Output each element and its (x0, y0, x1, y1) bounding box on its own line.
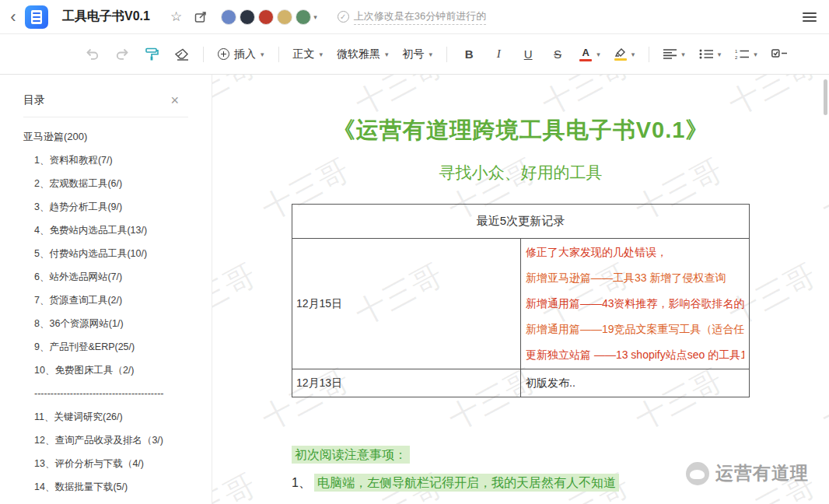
outline-item[interactable]: 3、趋势分析工具(9/) (0, 195, 212, 219)
bullet-list-caret-icon: ▾ (718, 51, 722, 58)
update-line: 新增通用篇——19竞品文案重写工具（适合任何平台） (526, 317, 744, 342)
outline-item[interactable]: 13、评价分析与下载（4/) (0, 452, 212, 475)
share-icon[interactable] (194, 11, 208, 23)
collaborator-avatar[interactable] (221, 9, 236, 25)
collaborator-avatar[interactable] (258, 9, 274, 25)
collaborator-avatars (221, 9, 311, 25)
numbered-list-caret-icon: ▾ (754, 51, 757, 58)
outline-item[interactable]: 亚马逊篇(200) (0, 125, 212, 149)
update-date: 12月13日 (292, 369, 521, 397)
outline-title: 目录 (23, 93, 45, 107)
update-date: 12月15日 (292, 239, 521, 369)
paragraph-style-select[interactable]: 正文 ▾ (293, 47, 324, 61)
topbar: ‹ 工具电子书V0.1 ☆ ▾ ✓ 上次修改是在36分钟前进行的 (0, 0, 829, 34)
brand-text: 运营有道理 (715, 461, 809, 485)
italic-button[interactable]: I (489, 44, 508, 65)
update-content: 初版发布.. (521, 369, 750, 397)
font-family-select[interactable]: 微软雅黑 ▾ (337, 47, 389, 61)
align-caret-icon: ▾ (681, 51, 685, 58)
text-color-button[interactable]: A ▾ (579, 47, 600, 61)
table-row: 12月13日初版发布.. (292, 369, 750, 397)
outline-item[interactable]: 11、关键词研究(26/) (0, 405, 212, 429)
note-highlight: 初次阅读注意事项： (292, 446, 410, 464)
toolbar: 插入 ▾ 正文 ▾ 微软雅黑 ▾ 初号 ▾ B I U S A ▾ ▾ ▾ ▾ (0, 34, 829, 75)
text-color-letter: A (582, 47, 589, 58)
outline-item[interactable]: 5、付费站内选品工具(10/) (0, 242, 212, 265)
note-line: 1、电脑端，左侧导航栏记得开启，我的天居然有人不知道 (292, 474, 750, 492)
collaborator-avatar[interactable] (277, 9, 292, 25)
outline-item[interactable]: 10、免费图床工具（2/) (0, 359, 212, 382)
svg-text:2: 2 (735, 55, 738, 59)
outline-item[interactable]: 14、数据批量下载(5/) (0, 475, 212, 499)
scrollbar-thumb[interactable] (824, 79, 827, 115)
clear-format-icon[interactable] (172, 44, 191, 65)
collaborator-avatar[interactable] (240, 9, 255, 25)
font-size-select[interactable]: 初号 ▾ (403, 47, 433, 61)
highlight-button[interactable]: ▾ (614, 47, 635, 61)
insert-caret-icon: ▾ (261, 51, 264, 58)
app-logo[interactable] (25, 5, 48, 29)
update-table: 最近5次更新记录 12月15日修正了大家发现的几处错误，新增亚马逊篇——工具33… (292, 204, 750, 397)
star-icon[interactable]: ☆ (170, 9, 182, 25)
bold-button[interactable]: B (460, 44, 478, 65)
numbered-list-button[interactable]: 12 ▾ (735, 49, 757, 59)
outline-item[interactable]: 2、宏观数据工具(6/) (0, 172, 212, 195)
underline-button[interactable]: U (519, 44, 537, 65)
text-color-caret-icon: ▾ (596, 51, 600, 58)
outline-item[interactable]: 8、36个资源网站(1/) (0, 312, 212, 335)
check-icon: ✓ (338, 11, 349, 23)
update-line: 修正了大家发现的几处错误， (526, 240, 744, 265)
insert-label: 插入 (234, 47, 256, 61)
table-row: 12月15日修正了大家发现的几处错误，新增亚马逊篇——工具33 新增了侵权查询新… (292, 239, 750, 369)
checklist-button[interactable] (770, 44, 789, 65)
bullet-list-icon (699, 49, 713, 59)
notes-section: 初次阅读注意事项：1、电脑端，左侧导航栏记得开启，我的天居然有人不知道 (292, 446, 750, 492)
plus-circle-icon (218, 48, 229, 60)
highlight-color-bar (614, 58, 627, 61)
note-line: 初次阅读注意事项： (292, 446, 750, 464)
document-canvas[interactable]: 十三哥十三哥十三哥十三哥十三哥十三哥十三哥十三哥十三哥十三哥十三哥十三哥十三哥十… (212, 75, 829, 504)
paragraph-style-caret-icon: ▾ (320, 51, 324, 58)
text-color-bar (579, 59, 592, 61)
back-icon[interactable]: ‹ (6, 7, 20, 27)
update-line: 初版发布.. (526, 370, 744, 396)
outline-item[interactable]: 9、产品刊登&ERP(25/) (0, 335, 212, 359)
outline-item[interactable]: 1、资料和教程(7/) (0, 149, 212, 172)
outline-item[interactable]: 4、免费站内选品工具(13/) (0, 219, 212, 242)
document-subtitle: 寻找小众、好用的工具 (212, 162, 829, 184)
numbered-list-icon: 12 (735, 49, 749, 59)
redo-button[interactable] (113, 44, 131, 65)
sidebar-divider (23, 117, 188, 117)
document-title: 《运营有道理跨境工具电子书V0.1》 (212, 115, 829, 146)
font-family-value: 微软雅黑 (337, 47, 380, 61)
update-content: 修正了大家发现的几处错误，新增亚马逊篇——工具33 新增了侵权查询新增通用篇——… (521, 239, 750, 369)
update-line: 更新独立站篇 ——13 shopify站点seo 的工具1内容 (526, 342, 744, 368)
save-status-text: 上次修改是在36分钟前进行的 (354, 9, 486, 25)
close-icon[interactable]: × (170, 93, 179, 109)
outline-item[interactable]: 7、货源查询工具(2/) (0, 289, 212, 312)
insert-button[interactable]: 插入 ▾ (218, 47, 264, 61)
undo-button[interactable] (83, 44, 102, 65)
highlight-caret-icon: ▾ (631, 51, 635, 58)
collaborator-avatar[interactable] (296, 9, 311, 25)
format-painter-icon[interactable] (142, 44, 161, 65)
outline-sidebar: 目录 × 亚马逊篇(200)1、资料和教程(7/)2、宏观数据工具(6/)3、趋… (0, 75, 212, 504)
save-status: ✓ 上次修改是在36分钟前进行的 (338, 9, 486, 25)
checklist-icon (771, 49, 787, 59)
paragraph-style-value: 正文 (293, 47, 315, 61)
font-size-value: 初号 (403, 47, 425, 61)
outline-item[interactable]: 12、查询产品收录及排名（3/) (0, 429, 212, 452)
outline-item[interactable]: 6、站外选品网站(7/) (0, 265, 212, 289)
menu-icon[interactable] (803, 10, 817, 24)
outline-item[interactable]: ---------------------------------------- (0, 382, 212, 405)
align-button[interactable]: ▾ (663, 49, 685, 59)
update-line: 新增亚马逊篇——工具33 新增了侵权查询 (526, 265, 744, 291)
align-left-icon (663, 49, 677, 59)
document-glyph (31, 10, 42, 24)
highlighter-icon (614, 47, 626, 57)
svg-text:1: 1 (735, 49, 738, 54)
bullet-list-button[interactable]: ▾ (699, 49, 722, 59)
collaborators-caret-icon[interactable]: ▾ (313, 13, 317, 21)
note-prefix: 1、 (292, 476, 311, 489)
strikethrough-button[interactable]: S (548, 44, 567, 65)
